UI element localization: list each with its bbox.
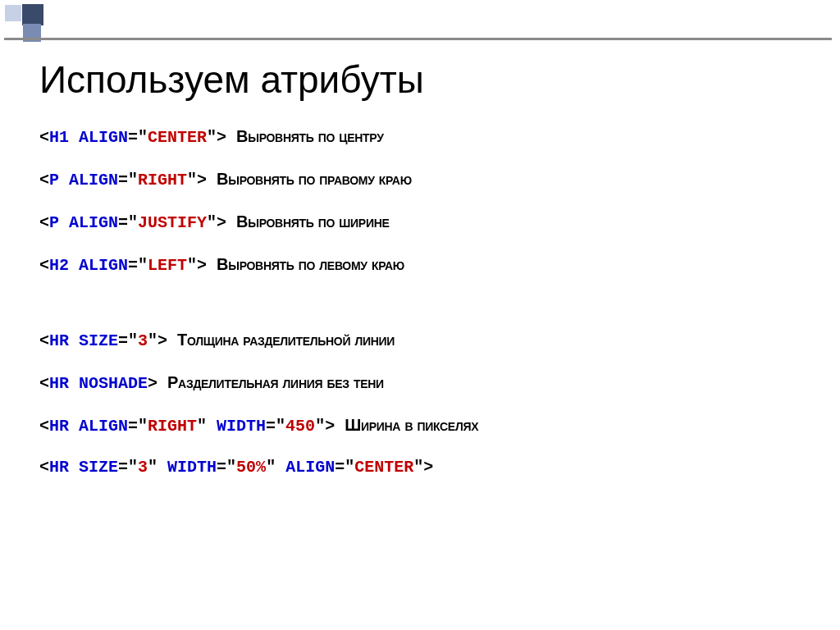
code-token: <: [39, 128, 49, 147]
code-token: CENTER: [148, 128, 207, 147]
code-line: <H2 ALIGN="LEFT"> Выровнять по левому кр…: [39, 253, 801, 277]
code-line: <HR NOSHADE> Разделительная линия без те…: [39, 371, 801, 395]
code-line: <HR SIZE="3"> Толщина разделительной лин…: [39, 328, 801, 353]
code-token: =": [217, 458, 236, 477]
code-token: CENTER: [354, 458, 413, 477]
code-token: 3: [138, 331, 148, 350]
code-token: ": [197, 417, 217, 436]
code-token: <: [39, 213, 49, 232]
code-token: ": [266, 458, 285, 477]
code-token: =": [128, 256, 148, 275]
code-token: <: [39, 458, 49, 477]
code-token: <: [39, 171, 49, 189]
code-token: ">: [207, 213, 236, 232]
code-line: <P ALIGN="RIGHT"> Выровнять по правому к…: [39, 167, 801, 192]
code-token: ">: [207, 128, 236, 147]
slide-decoration: [4, 4, 53, 43]
code-line: <HR SIZE="3" WIDTH="50%" ALIGN="CENTER">: [39, 456, 801, 479]
code-token: <: [39, 417, 49, 436]
code-comment: Ширина в пикселях: [345, 416, 478, 434]
code-token: =": [118, 331, 138, 350]
code-token: ">: [187, 171, 217, 189]
code-token: LEFT: [148, 256, 187, 275]
code-comment: Толщина разделительной линии: [177, 331, 395, 349]
slide-title: Используем атрибуты: [39, 57, 801, 102]
code-token: 3: [138, 458, 148, 477]
code-token: WIDTH: [217, 417, 266, 436]
code-token: 450: [285, 417, 315, 436]
code-token: <: [39, 374, 49, 393]
code-token: P ALIGN: [49, 213, 118, 232]
code-token: 50%: [236, 458, 266, 477]
code-token: ">: [413, 458, 433, 477]
slide-content: Используем атрибуты <H1 ALIGN="CENTER"> …: [0, 0, 840, 504]
code-comment: Разделительная линия без тени: [167, 373, 384, 391]
code-token: H1 ALIGN: [49, 128, 128, 147]
code-token: =": [266, 417, 285, 436]
code-token: =": [128, 417, 148, 436]
code-token: RIGHT: [148, 417, 197, 436]
code-line: <HR ALIGN="RIGHT" WIDTH="450"> Ширина в …: [39, 413, 801, 438]
code-token: P ALIGN: [49, 171, 118, 189]
code-token: =": [128, 128, 148, 147]
code-token: ">: [148, 331, 177, 350]
code-token: <: [39, 256, 49, 275]
header-divider: [4, 38, 832, 40]
code-token: HR NOSHADE: [49, 374, 148, 393]
code-token: RIGHT: [138, 171, 187, 189]
decor-square: [5, 5, 21, 21]
code-token: =": [335, 458, 354, 477]
code-token: >: [148, 374, 167, 393]
code-token: ">: [315, 417, 345, 436]
code-line: <H1 ALIGN="CENTER"> Выровнять по центру: [39, 125, 801, 149]
code-token: HR ALIGN: [49, 417, 128, 436]
code-token: <: [39, 331, 49, 350]
code-token: HR SIZE: [49, 331, 118, 350]
code-token: WIDTH: [167, 458, 217, 477]
code-comment: Выровнять по ширине: [236, 212, 389, 231]
code-line: <P ALIGN="JUSTIFY"> Выровнять по ширине: [39, 210, 801, 235]
code-token: =": [118, 458, 138, 477]
code-examples: <H1 ALIGN="CENTER"> Выровнять по центру<…: [39, 125, 801, 479]
code-comment: Выровнять по центру: [236, 127, 384, 145]
code-token: ": [148, 458, 167, 477]
code-token: H2 ALIGN: [49, 256, 128, 275]
code-comment: Выровнять по правому краю: [217, 170, 412, 188]
code-token: ">: [187, 256, 217, 275]
code-token: ALIGN: [285, 458, 335, 477]
code-token: =": [118, 213, 138, 232]
code-token: HR SIZE: [49, 458, 118, 477]
code-token: =": [118, 171, 138, 189]
code-comment: Выровнять по левому краю: [217, 255, 404, 273]
code-token: JUSTIFY: [138, 213, 207, 232]
